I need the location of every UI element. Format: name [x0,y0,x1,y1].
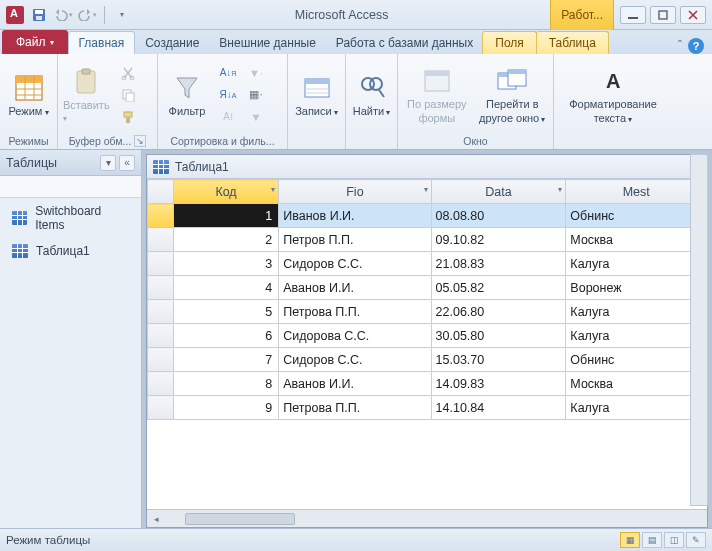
records-button[interactable]: Записи [292,59,341,131]
row-selector[interactable] [148,396,174,420]
row-selector[interactable] [148,228,174,252]
nav-collapse-button[interactable]: « [119,155,135,171]
minimize-button[interactable] [620,6,646,24]
context-tab-0[interactable]: Поля [482,31,537,54]
column-header-2[interactable]: Data▾ [431,180,566,204]
switch-window-button[interactable]: Перейти в другое окно [476,59,549,131]
scrollbar-thumb[interactable] [185,513,295,525]
redo-button[interactable]: ▾ [76,4,98,26]
table-row[interactable]: 9Петрова П.П.14.10.84Калуга [148,396,707,420]
size-to-form-button[interactable]: По размеру формы [402,59,472,131]
cell-id[interactable]: 6 [173,324,278,348]
table-row[interactable]: 3Сидоров С.С.21.08.83Калуга [148,252,707,276]
cell-mesto[interactable]: Калуга [566,324,707,348]
cell-fio[interactable]: Сидоров С.С. [279,252,431,276]
tab-2[interactable]: Внешние данные [209,32,326,54]
cell-id[interactable]: 9 [173,396,278,420]
cell-data[interactable]: 15.03.70 [431,348,566,372]
tab-3[interactable]: Работа с базами данных [326,32,483,54]
row-selector[interactable] [148,372,174,396]
cell-fio[interactable]: Петров П.П. [279,228,431,252]
row-selector[interactable] [148,324,174,348]
sort-asc-button[interactable]: А↓Я [216,63,240,83]
cell-id[interactable]: 5 [173,300,278,324]
datasheet-grid[interactable]: Код▾Fio▾Data▾Mest▾1Иванов И.И.08.08.80Об… [147,179,707,509]
cell-fio[interactable]: Аванов И.И. [279,372,431,396]
column-header-3[interactable]: Mest▾ [566,180,707,204]
save-button[interactable] [28,4,50,26]
cell-fio[interactable]: Сидорова С.С. [279,324,431,348]
tab-0[interactable]: Главная [68,31,136,54]
table-row[interactable]: 1Иванов И.И.08.08.80Обнинс [148,204,707,228]
cell-data[interactable]: 09.10.82 [431,228,566,252]
view-design-button[interactable]: ✎ [686,532,706,548]
column-header-1[interactable]: Fio▾ [279,180,431,204]
advanced-filter-button[interactable]: ▦· [244,85,268,105]
cell-mesto[interactable]: Калуга [566,396,707,420]
context-tab-1[interactable]: Таблица [536,31,609,54]
view-pivotchart-button[interactable]: ◫ [664,532,684,548]
table-row[interactable]: 4Аванов И.И.05.05.82Воронеж [148,276,707,300]
clear-sort-button[interactable]: А⁞ [216,107,240,127]
datasheet-title-bar[interactable]: Таблица1 [147,155,707,179]
row-selector[interactable] [148,276,174,300]
undo-button[interactable]: ▾ [52,4,74,26]
cell-fio[interactable]: Петрова П.П. [279,396,431,420]
row-selector[interactable] [148,348,174,372]
tab-1[interactable]: Создание [135,32,209,54]
horizontal-scrollbar[interactable]: ◂ [147,509,707,527]
cell-id[interactable]: 2 [173,228,278,252]
table-row[interactable]: 8Аванов И.И.14.09.83Москва [148,372,707,396]
cell-mesto[interactable]: Обнинс [566,204,707,228]
cell-mesto[interactable]: Калуга [566,300,707,324]
maximize-button[interactable] [650,6,676,24]
column-header-0[interactable]: Код▾ [173,180,278,204]
view-pivottable-button[interactable]: ▤ [642,532,662,548]
cell-data[interactable]: 30.05.80 [431,324,566,348]
cell-id[interactable]: 8 [173,372,278,396]
text-format-button[interactable]: A Форматирование текста [558,59,668,131]
column-dropdown-icon[interactable]: ▾ [424,185,428,194]
row-selector[interactable] [148,252,174,276]
column-dropdown-icon[interactable]: ▾ [271,185,275,194]
help-button[interactable]: ? [688,38,704,54]
clipboard-dialog-launcher[interactable]: ↘ [134,135,146,147]
cell-mesto[interactable]: Калуга [566,252,707,276]
cell-id[interactable]: 7 [173,348,278,372]
file-tab[interactable]: Файл [2,30,68,54]
close-button[interactable] [680,6,706,24]
cell-fio[interactable]: Сидоров С.С. [279,348,431,372]
view-datasheet-button[interactable]: ▦ [620,532,640,548]
copy-button[interactable] [116,85,140,105]
row-selector[interactable] [148,204,174,228]
filter-button[interactable]: Фильтр [162,59,212,131]
cell-data[interactable]: 14.09.83 [431,372,566,396]
sort-desc-button[interactable]: Я↓А [216,85,240,105]
table-row[interactable]: 2Петров П.П.09.10.82Москва [148,228,707,252]
view-button[interactable]: Режим [4,59,53,131]
format-painter-button[interactable] [116,107,140,127]
selection-filter-button[interactable]: ▼· [244,63,268,83]
table-row[interactable]: 5Петрова П.П.22.06.80Калуга [148,300,707,324]
select-all-cell[interactable] [148,180,174,204]
qat-customize-button[interactable]: ▾ [111,4,133,26]
cell-data[interactable]: 22.06.80 [431,300,566,324]
nav-dropdown-button[interactable]: ▾ [100,155,116,171]
app-menu-button[interactable] [4,4,26,26]
cell-id[interactable]: 3 [173,252,278,276]
cell-data[interactable]: 05.05.82 [431,276,566,300]
paste-button[interactable]: Вставить [62,59,112,131]
toggle-filter-button[interactable]: ▼ [244,107,268,127]
navigation-search[interactable] [0,176,141,198]
cell-data[interactable]: 21.08.83 [431,252,566,276]
cell-mesto[interactable]: Москва [566,228,707,252]
cell-fio[interactable]: Аванов И.И. [279,276,431,300]
cell-fio[interactable]: Иванов И.И. [279,204,431,228]
cell-id[interactable]: 4 [173,276,278,300]
cell-mesto[interactable]: Москва [566,372,707,396]
column-dropdown-icon[interactable]: ▾ [558,185,562,194]
minimize-ribbon-button[interactable]: ˆ [678,39,682,53]
cut-button[interactable] [116,63,140,83]
navigation-header[interactable]: Таблицы ▾ « [0,150,141,176]
vertical-scrollbar[interactable] [690,154,708,506]
